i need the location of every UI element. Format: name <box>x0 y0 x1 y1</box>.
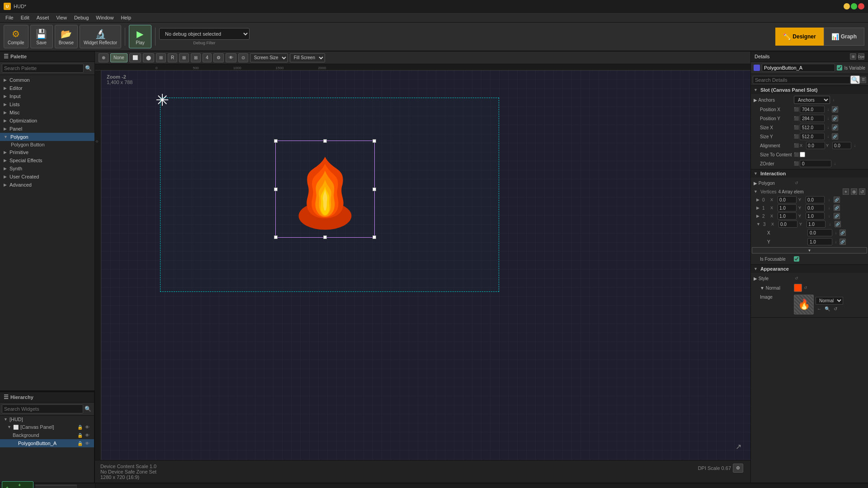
zorder-input[interactable] <box>800 160 831 167</box>
v2-x-input[interactable] <box>778 212 797 220</box>
style-reset[interactable]: ↺ <box>794 276 799 281</box>
image-style-dropdown[interactable]: Normal <box>816 297 843 305</box>
canvas-r-btn[interactable]: R <box>168 53 177 62</box>
v3-link[interactable]: 🔗 <box>835 221 841 227</box>
v0-x-input[interactable] <box>778 196 797 203</box>
interaction-section-header[interactable]: ▼ Interaction <box>751 169 868 178</box>
canvas-settings-btn[interactable]: ⚙ <box>213 53 224 62</box>
hierarchy-search-input[interactable] <box>2 404 83 413</box>
size-x-reset[interactable]: ↓ <box>826 125 831 130</box>
position-y-input[interactable] <box>800 115 825 122</box>
polygon-btn-eye[interactable]: 👁 <box>84 440 90 446</box>
palette-cat-misc[interactable]: ▶ Misc <box>0 108 94 117</box>
palette-cat-common[interactable]: ▶ Common <box>0 76 94 84</box>
menu-help[interactable]: Help <box>117 14 135 21</box>
pos-x-reset[interactable]: ↓ <box>826 107 831 112</box>
canvas-grid-btn[interactable]: ⊞ <box>179 53 189 62</box>
align-reset[interactable]: ↓ <box>852 143 858 148</box>
v1-link[interactable]: 🔗 <box>834 205 840 211</box>
slot-section-header[interactable]: ▼ Slot (Canvas Panel Slot) <box>751 86 868 94</box>
canvas-eye-btn[interactable]: 👁 <box>226 53 236 62</box>
play-button[interactable]: ▶ Play <box>129 25 151 48</box>
anchors-dropdown[interactable]: Anchors <box>794 96 830 104</box>
vertices-add[interactable]: + <box>843 188 849 195</box>
v1-reset[interactable]: ↓ <box>826 205 832 211</box>
canvas-fill-screen-select[interactable]: Fill Screen <box>290 53 325 62</box>
expand-more-btn[interactable]: ▼ <box>752 247 867 253</box>
normal-reset[interactable]: ↺ <box>803 285 808 291</box>
v1-y-input[interactable] <box>806 204 825 211</box>
details-grid-btn[interactable]: ⊞ <box>850 53 856 60</box>
v3-sub-y-reset[interactable]: ↓ <box>833 239 839 244</box>
expand-more[interactable]: ▼ <box>751 246 868 254</box>
debug-filter-select[interactable]: No debug object selected <box>159 28 250 40</box>
hier-item-background[interactable]: Background 🔒 👁 <box>0 431 94 439</box>
is-focusable-checkbox[interactable] <box>794 256 799 262</box>
v0-reset[interactable]: ↓ <box>826 197 832 202</box>
pos-y-reset[interactable]: ↓ <box>826 116 831 121</box>
is-variable-checkbox[interactable] <box>837 65 842 70</box>
v2-y-input[interactable] <box>806 212 825 220</box>
hier-item-polygon-button-a[interactable]: PolygonButton_A 🔒 👁 <box>0 439 94 447</box>
v3-x-input[interactable] <box>778 221 797 228</box>
dpi-settings-btn[interactable]: ⚙ <box>733 464 743 473</box>
v2-reset[interactable]: ↓ <box>826 213 832 219</box>
v3-sub-y-input[interactable] <box>807 238 832 245</box>
img-back-btn[interactable]: ← <box>816 305 823 313</box>
close-button[interactable] <box>858 3 864 9</box>
menu-edit[interactable]: Edit <box>17 14 33 21</box>
img-refresh-btn[interactable]: ↺ <box>832 305 839 313</box>
canvas-circle-btn[interactable]: ⬤ <box>143 53 154 62</box>
image-preview-thumbnail[interactable]: 🔥 <box>794 295 814 314</box>
background-lock[interactable]: 🔒 <box>77 432 83 438</box>
vertices-delete[interactable]: ↺ <box>859 188 865 195</box>
canvas-square-btn[interactable]: ⬜ <box>129 53 141 62</box>
add-animation-button[interactable]: + + Animation <box>2 481 33 488</box>
normal-color-swatch[interactable] <box>794 284 802 292</box>
palette-cat-input[interactable]: ▶ Input <box>0 92 94 100</box>
canvas-num-btn[interactable]: 4 <box>203 53 212 62</box>
palette-cat-synth[interactable]: ▶ Synth <box>0 164 94 173</box>
details-list-btn[interactable]: ☰ <box>860 77 866 83</box>
v3-reset[interactable]: ↓ <box>827 221 833 227</box>
hierarchy-search-button[interactable]: 🔍 <box>83 404 92 413</box>
compile-button[interactable]: ⚙ Compile <box>4 25 28 48</box>
v3-sub-x-input[interactable] <box>807 229 832 236</box>
canvas-move-tool[interactable]: ⊕ <box>99 53 108 62</box>
canvas-area[interactable]: Zoom -2 1,400 x 788 ✳ <box>101 70 750 460</box>
v0-y-input[interactable] <box>806 196 825 203</box>
palette-cat-polygon[interactable]: ▼ Polygon <box>0 133 94 141</box>
palette-cat-panel[interactable]: ▶ Panel <box>0 125 94 133</box>
polygon-btn-lock[interactable]: 🔒 <box>77 440 83 446</box>
background-eye[interactable]: 👁 <box>84 432 90 438</box>
save-button[interactable]: 💾 Save <box>30 25 53 48</box>
palette-cat-user-created[interactable]: ▶ User Created <box>0 173 94 181</box>
pos-x-link[interactable]: 🔗 <box>832 106 838 113</box>
anchors-reset[interactable]: ↓ <box>831 97 836 103</box>
size-y-link[interactable]: 🔗 <box>832 133 838 140</box>
palette-search-input[interactable] <box>2 64 84 73</box>
palette-cat-primitive[interactable]: ▶ Primitive <box>0 148 94 156</box>
canvas-panel-eye[interactable]: 👁 <box>84 424 90 430</box>
canvas-extra-btn[interactable]: ⊙ <box>238 53 248 62</box>
size-y-reset[interactable]: ↓ <box>826 134 831 139</box>
palette-cat-special-effects[interactable]: ▶ Special Effects <box>0 156 94 164</box>
graph-tab[interactable]: 📊 Graph <box>824 28 864 46</box>
canvas-none-btn[interactable]: None <box>110 53 127 62</box>
details-search-input[interactable] <box>753 76 850 84</box>
palette-cat-editor[interactable]: ▶ Editor <box>0 84 94 92</box>
v3-sub-x-reset[interactable]: ↓ <box>833 230 839 235</box>
menu-window[interactable]: Window <box>92 14 117 21</box>
size-x-input[interactable] <box>800 124 825 131</box>
designer-tab[interactable]: ✏️ Designer <box>775 28 823 46</box>
img-zoom-btn[interactable]: 🔍 <box>824 305 831 313</box>
pos-y-link[interactable]: 🔗 <box>832 115 838 122</box>
hier-item-canvas-panel[interactable]: ▼ ⬜ [Canvas Panel] 🔒 👁 <box>0 423 94 431</box>
palette-cat-advanced[interactable]: ▶ Advanced <box>0 181 94 189</box>
size-to-content-checkbox[interactable] <box>800 152 805 157</box>
canvas-screen-size-select[interactable]: Screen Size <box>250 53 288 62</box>
size-x-link[interactable]: 🔗 <box>832 124 838 131</box>
v3-sub-y-link[interactable]: 🔗 <box>840 239 846 245</box>
minimize-button[interactable] <box>844 3 850 9</box>
widget-reflector-button[interactable]: 🔬 Widget Reflector <box>80 25 121 48</box>
